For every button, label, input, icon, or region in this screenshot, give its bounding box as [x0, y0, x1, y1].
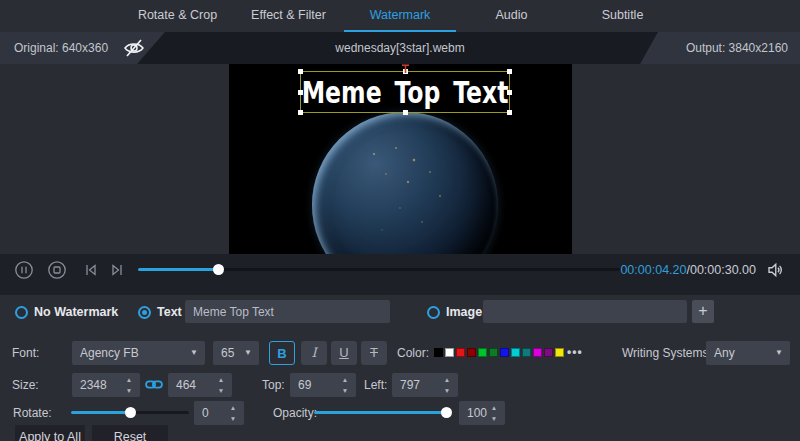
spin-up-icon[interactable]: ▲	[441, 375, 453, 384]
link-dimensions-toggle[interactable]	[145, 378, 163, 394]
volume-button[interactable]	[766, 261, 784, 279]
previous-frame-button[interactable]	[81, 260, 101, 280]
tab-rotate-crop[interactable]: Rotate & Crop	[122, 0, 233, 32]
selection-handle[interactable]	[507, 110, 512, 115]
tab-label: Watermark	[370, 8, 431, 22]
color-swatch[interactable]	[467, 348, 476, 357]
video-preview[interactable]: Meme Top Text	[229, 64, 572, 254]
bold-button[interactable]: B	[269, 341, 295, 365]
opacity-value: 100	[467, 401, 487, 425]
no-watermark-label: No Watermark	[34, 300, 118, 324]
selection-handle[interactable]	[507, 90, 512, 95]
writing-systems-label: Writing Systems:	[622, 341, 712, 365]
width-spinner[interactable]: 2348 ▲▼	[72, 373, 140, 397]
left-label: Left:	[364, 373, 387, 397]
tab-label: Rotate & Crop	[138, 8, 217, 22]
size-label: Size:	[12, 373, 39, 397]
spin-up-icon[interactable]: ▲	[215, 375, 227, 384]
rotate-slider[interactable]	[71, 411, 189, 414]
font-size-select[interactable]: 65 ▼	[213, 341, 259, 365]
spin-down-icon[interactable]: ▼	[488, 414, 500, 423]
watermark-text-input[interactable]	[185, 300, 390, 323]
color-swatch[interactable]	[500, 348, 509, 357]
tab-bar: Rotate & Crop Effect & Filter Watermark …	[0, 0, 800, 32]
reset-button[interactable]: Reset	[92, 425, 168, 441]
font-size-value: 65	[221, 341, 234, 365]
top-spinner[interactable]: 69 ▲▼	[290, 373, 356, 397]
spin-down-icon[interactable]: ▼	[441, 386, 453, 395]
color-swatch[interactable]	[555, 348, 564, 357]
tab-watermark[interactable]: Watermark	[344, 0, 456, 32]
rotate-slider-fill	[71, 411, 130, 414]
spin-up-icon[interactable]: ▲	[488, 403, 500, 412]
spin-down-icon[interactable]: ▼	[227, 414, 239, 423]
watermark-image-input[interactable]	[483, 300, 687, 323]
color-swatch[interactable]	[511, 348, 520, 357]
add-image-button[interactable]: +	[692, 300, 714, 323]
timeline-slider[interactable]	[138, 268, 620, 271]
left-spinner[interactable]: 797 ▲▼	[392, 373, 458, 397]
italic-glyph: I	[311, 345, 316, 360]
tab-label: Subtitle	[602, 8, 644, 22]
color-swatch[interactable]	[533, 348, 542, 357]
selection-handle[interactable]	[403, 110, 408, 115]
tab-subtitle[interactable]: Subtitle	[567, 0, 678, 32]
apply-to-all-button[interactable]: Apply to All	[15, 425, 85, 441]
height-spinner[interactable]: 464 ▲▼	[168, 373, 232, 397]
font-family-select[interactable]: Agency FB ▼	[72, 341, 205, 365]
pause-button[interactable]	[14, 260, 34, 280]
spin-down-icon[interactable]: ▼	[339, 386, 351, 395]
watermark-selection-box[interactable]: Meme Top Text	[300, 71, 510, 113]
spin-down-icon[interactable]: ▼	[123, 386, 135, 395]
color-swatch[interactable]	[434, 348, 443, 357]
stop-button[interactable]	[47, 260, 67, 280]
selection-handle[interactable]	[298, 90, 303, 95]
rotation-handle[interactable]	[401, 64, 410, 71]
writing-systems-select[interactable]: Any ▼	[706, 341, 790, 365]
tab-effect-filter[interactable]: Effect & Filter	[233, 0, 344, 32]
font-family-value: Agency FB	[80, 341, 139, 365]
opacity-slider[interactable]	[314, 411, 451, 414]
opacity-spinner[interactable]: 100 ▲▼	[459, 401, 505, 425]
spin-up-icon[interactable]: ▲	[227, 403, 239, 412]
color-swatch[interactable]	[456, 348, 465, 357]
italic-button[interactable]: I	[301, 341, 327, 365]
spin-up-icon[interactable]: ▲	[123, 375, 135, 384]
next-frame-button[interactable]	[107, 260, 127, 280]
spin-down-icon[interactable]: ▼	[215, 386, 227, 395]
playback-bar: 00:00:04.20/00:00:30.00	[0, 254, 800, 295]
file-info-bar: Original: 640x360 wednesday[3star].webm …	[0, 32, 800, 64]
selection-handle[interactable]	[298, 110, 303, 115]
top-value: 69	[298, 373, 311, 397]
underline-button[interactable]: U	[331, 341, 357, 365]
output-resolution-label: Output: 3840x2160	[686, 32, 788, 64]
image-watermark-label: Image	[446, 300, 482, 324]
color-swatch[interactable]	[445, 348, 454, 357]
spin-up-icon[interactable]: ▲	[339, 375, 351, 384]
more-colors-button[interactable]: •••	[567, 343, 583, 361]
rotation-handle-icon	[401, 64, 410, 73]
skip-back-icon	[81, 260, 101, 280]
color-swatch[interactable]	[522, 348, 531, 357]
speaker-icon	[766, 261, 784, 279]
color-swatches	[434, 348, 564, 357]
opacity-slider-fill	[314, 411, 447, 414]
chevron-down-icon: ▼	[190, 341, 198, 365]
image-watermark-radio[interactable]	[427, 306, 440, 319]
rotate-spinner[interactable]: 0 ▲▼	[194, 401, 244, 425]
tab-audio[interactable]: Audio	[456, 0, 567, 32]
skip-forward-icon	[107, 260, 127, 280]
opacity-slider-handle[interactable]	[441, 407, 452, 418]
no-watermark-radio[interactable]	[15, 306, 28, 319]
rotate-slider-handle[interactable]	[125, 407, 136, 418]
watermark-overlay-text[interactable]: Meme Top Text	[302, 74, 509, 110]
color-swatch[interactable]	[489, 348, 498, 357]
color-swatch[interactable]	[544, 348, 553, 357]
selection-handle[interactable]	[507, 69, 512, 74]
text-watermark-radio[interactable]	[138, 306, 151, 319]
color-swatch[interactable]	[478, 348, 487, 357]
current-filename: wednesday[3star].webm	[0, 32, 800, 64]
selection-handle[interactable]	[298, 69, 303, 74]
strikethrough-button[interactable]: T	[361, 341, 387, 365]
timeline-handle[interactable]	[213, 264, 224, 275]
